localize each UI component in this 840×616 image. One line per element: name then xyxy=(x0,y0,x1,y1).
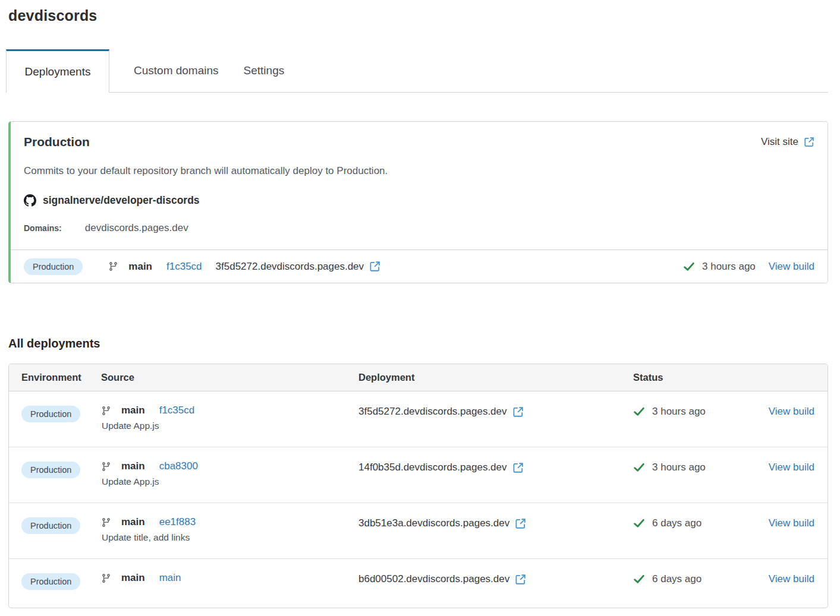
view-build-link[interactable]: View build xyxy=(769,462,814,473)
branch-name: main xyxy=(121,460,145,472)
git-branch-icon xyxy=(101,462,111,472)
source-cell: main cba8300 Update App.js xyxy=(101,460,358,487)
open-deployment-link[interactable] xyxy=(369,261,380,272)
external-link-icon xyxy=(369,261,380,272)
environment-badge: Production xyxy=(21,573,80,590)
source-info: main f1c35cd xyxy=(108,261,202,273)
production-card: Production Visit site Commits to your de… xyxy=(8,121,828,283)
tab-custom-domains[interactable]: Custom domains xyxy=(121,49,231,92)
deployment-url-group: 3f5d5272.devdiscords.pages.dev xyxy=(216,261,381,273)
source-cell: main f1c35cd Update App.js xyxy=(101,405,358,431)
check-icon xyxy=(633,462,645,473)
table-header: Environment Source Deployment Status xyxy=(9,364,828,391)
table-row: Production main ee1f883 Update title, ad… xyxy=(9,503,828,559)
open-deployment-link[interactable] xyxy=(515,574,526,585)
domains-label: Domains: xyxy=(24,223,62,233)
status-time: 3 hours ago xyxy=(702,261,756,273)
github-icon xyxy=(24,194,36,207)
check-icon xyxy=(633,406,645,417)
git-branch-icon xyxy=(101,406,111,416)
deployment-url: 14f0b35d.devdiscords.pages.dev xyxy=(358,462,507,473)
branch-name: main xyxy=(121,572,145,584)
git-branch-icon xyxy=(101,517,111,527)
open-deployment-link[interactable] xyxy=(512,462,524,473)
deployment-cell: 14f0b35d.devdiscords.pages.dev xyxy=(358,460,633,473)
status-time: 6 days ago xyxy=(652,573,701,585)
check-icon xyxy=(633,574,645,585)
environment-badge: Production xyxy=(24,258,83,275)
view-build-link[interactable]: View build xyxy=(769,517,814,529)
table-row: Production main main b6d00502.devdiscord… xyxy=(9,559,828,608)
environment-badge: Production xyxy=(21,406,80,422)
column-header-source: Source xyxy=(101,372,358,383)
environment-badge: Production xyxy=(21,462,80,478)
domains-value: devdiscords.pages.dev xyxy=(85,222,188,234)
tab-settings[interactable]: Settings xyxy=(231,49,297,92)
environment-badge: Production xyxy=(21,517,80,534)
repository-row: signalnerve/developer-discords xyxy=(24,194,814,207)
all-deployments-title: All deployments xyxy=(8,337,828,350)
external-link-icon xyxy=(512,462,524,473)
commit-link[interactable]: f1c35cd xyxy=(159,405,195,416)
production-deployment-row: Production main f1c35cd 3f5d5272.devdisc… xyxy=(11,249,828,283)
commit-link[interactable]: cba8300 xyxy=(159,460,198,472)
domains-row: Domains: devdiscords.pages.dev xyxy=(24,222,814,234)
deployment-url: 3f5d5272.devdiscords.pages.dev xyxy=(216,261,364,273)
commit-message: Update App.js xyxy=(102,476,358,487)
git-branch-icon xyxy=(108,261,118,271)
view-build-link[interactable]: View build xyxy=(769,261,814,273)
production-status: 3 hours ago View build xyxy=(683,261,814,273)
deployment-cell: 3db51e3a.devdiscords.pages.dev xyxy=(358,516,633,529)
branch-name: main xyxy=(121,516,145,528)
open-deployment-link[interactable] xyxy=(512,406,524,418)
visit-site-label: Visit site xyxy=(761,136,798,148)
tab-bar: Deployments Custom domains Settings xyxy=(6,49,828,93)
deployment-url: 3f5d5272.devdiscords.pages.dev xyxy=(358,406,507,418)
source-cell: main main xyxy=(101,572,358,584)
column-header-status: Status xyxy=(633,372,763,383)
check-icon xyxy=(683,261,695,272)
status-time: 6 days ago xyxy=(652,517,701,529)
commit-message: Update title, add links xyxy=(102,532,358,543)
deployment-cell: 3f5d5272.devdiscords.pages.dev xyxy=(358,405,633,418)
visit-site-link[interactable]: Visit site xyxy=(761,136,814,148)
open-deployment-link[interactable] xyxy=(515,518,526,529)
deployment-url: 3db51e3a.devdiscords.pages.dev xyxy=(358,517,509,529)
status-cell: 6 days ago xyxy=(633,516,763,529)
page-title: devdiscords xyxy=(8,7,828,24)
deployment-cell: b6d00502.devdiscords.pages.dev xyxy=(358,572,633,585)
check-icon xyxy=(633,518,645,529)
status-time: 3 hours ago xyxy=(652,406,706,418)
status-time: 3 hours ago xyxy=(652,462,706,473)
commit-message: Update App.js xyxy=(102,421,358,431)
production-title: Production xyxy=(24,135,90,149)
external-link-icon xyxy=(512,406,524,418)
commit-link[interactable]: main xyxy=(159,572,181,584)
production-description: Commits to your default repository branc… xyxy=(24,165,814,177)
status-cell: 3 hours ago xyxy=(633,405,763,418)
view-build-link[interactable]: View build xyxy=(769,406,814,417)
view-build-link[interactable]: View build xyxy=(769,573,814,585)
external-link-icon xyxy=(804,137,814,147)
repository-name: signalnerve/developer-discords xyxy=(43,194,200,207)
branch-name: main xyxy=(128,261,152,273)
column-header-deployment: Deployment xyxy=(358,372,633,383)
status-group: 3 hours ago xyxy=(683,261,756,273)
git-branch-icon xyxy=(101,573,111,583)
commit-link[interactable]: ee1f883 xyxy=(159,516,196,528)
status-cell: 6 days ago xyxy=(633,572,763,585)
table-row: Production main cba8300 Update App.js 14… xyxy=(9,447,828,503)
table-row: Production main f1c35cd Update App.js 3f… xyxy=(9,391,828,447)
deployments-table: Environment Source Deployment Status Pro… xyxy=(8,364,828,608)
status-cell: 3 hours ago xyxy=(633,460,763,473)
external-link-icon xyxy=(515,574,526,585)
branch-name: main xyxy=(121,405,145,416)
source-cell: main ee1f883 Update title, add links xyxy=(101,516,358,543)
commit-link[interactable]: f1c35cd xyxy=(166,261,202,273)
column-header-environment: Environment xyxy=(21,372,101,383)
deployment-url: b6d00502.devdiscords.pages.dev xyxy=(358,573,509,585)
external-link-icon xyxy=(515,518,526,529)
tab-deployments[interactable]: Deployments xyxy=(6,49,109,93)
